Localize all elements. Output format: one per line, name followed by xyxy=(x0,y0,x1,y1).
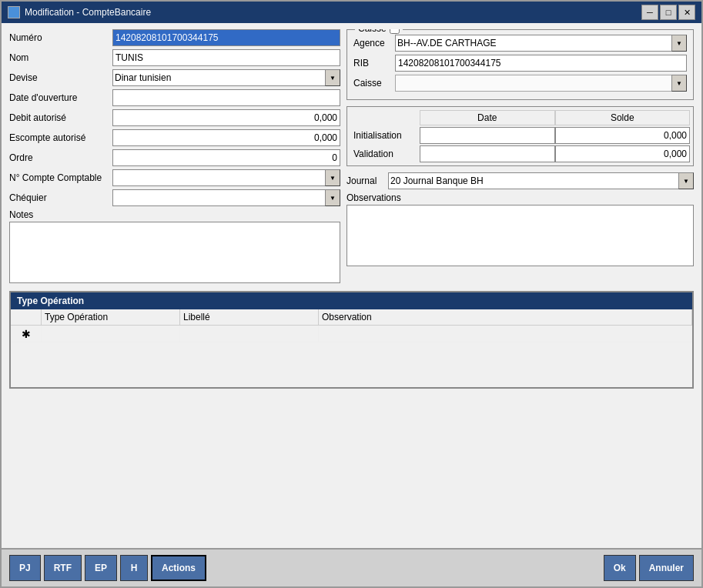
caisse-sub-select[interactable] xyxy=(395,75,687,92)
valid-row: Validation xyxy=(350,145,690,162)
title-bar-left: Modification - CompteBancaire xyxy=(8,6,151,18)
close-button[interactable]: ✕ xyxy=(678,5,695,20)
maximize-button[interactable]: □ xyxy=(660,5,677,20)
notes-section: Notes xyxy=(9,209,340,283)
type-operation-columns: Type Opération Libellé Observation xyxy=(11,309,692,326)
caisse-checkbox[interactable] xyxy=(390,29,400,34)
new-row-type[interactable] xyxy=(42,326,180,342)
ep-button[interactable]: EP xyxy=(85,555,117,581)
rib-label: RIB xyxy=(353,58,392,68)
agence-label: Agence xyxy=(353,38,392,48)
devise-row: Devise Dinar tunisien ▼ xyxy=(9,69,340,86)
left-panel: Numéro Nom Devise Dinar tunisien ▼ xyxy=(9,29,340,283)
col-empty-header xyxy=(11,309,42,325)
col-observation-header: Observation xyxy=(319,309,692,325)
h-button[interactable]: H xyxy=(120,555,148,581)
new-row: ✱ xyxy=(11,326,692,342)
init-solde-input[interactable] xyxy=(555,127,691,144)
valid-solde-input[interactable] xyxy=(555,145,691,162)
chequier-row: Chéquier ▼ xyxy=(9,189,340,206)
new-row-libelle[interactable] xyxy=(180,326,319,342)
escompte-autorise-label: Escompte autorisé xyxy=(9,132,109,143)
date-ouverture-input[interactable] xyxy=(112,89,340,106)
observations-textarea[interactable] xyxy=(346,205,694,266)
caisse-sub-row: Caisse ▼ xyxy=(353,75,687,92)
numero-compte-select[interactable] xyxy=(112,169,340,186)
footer-left: PJ RTF EP H Actions xyxy=(9,555,206,581)
agence-select-wrapper: BH--AV.DE CARTHAGE ▼ xyxy=(395,35,687,52)
journal-select-wrapper: 20 Journal Banque BH ▼ xyxy=(388,172,694,189)
caisse-sub-select-wrapper: ▼ xyxy=(395,75,687,92)
new-row-observation[interactable] xyxy=(319,326,692,342)
window-title: Modification - CompteBancaire xyxy=(25,7,151,18)
app-icon xyxy=(8,6,20,18)
content-area: Numéro Nom Devise Dinar tunisien ▼ xyxy=(2,23,701,548)
col-solde-header: Solde xyxy=(555,110,691,125)
journal-row: Journal 20 Journal Banque BH ▼ xyxy=(346,172,694,189)
top-panels: Numéro Nom Devise Dinar tunisien ▼ xyxy=(9,29,694,283)
annuler-button[interactable]: Annuler xyxy=(639,555,694,581)
rtf-button[interactable]: RTF xyxy=(44,555,82,581)
col-libelle-header: Libellé xyxy=(180,309,319,325)
journal-select[interactable]: 20 Journal Banque BH xyxy=(388,172,694,189)
init-grid-header: Date Solde xyxy=(350,110,690,125)
debit-autorise-label: Debit autorisé xyxy=(9,112,109,123)
numero-row: Numéro xyxy=(9,29,340,46)
devise-select[interactable]: Dinar tunisien xyxy=(112,69,340,86)
notes-textarea[interactable] xyxy=(9,222,340,283)
date-ouverture-label: Date d'ouverture xyxy=(9,92,109,103)
init-grid: Date Solde Initialisation Validation xyxy=(346,106,694,166)
minimize-button[interactable]: ─ xyxy=(641,5,658,20)
pj-button[interactable]: PJ xyxy=(9,555,41,581)
main-window: Modification - CompteBancaire ─ □ ✕ Numé… xyxy=(0,0,703,588)
numero-compte-row: N° Compte Comptable ▼ xyxy=(9,169,340,186)
debit-autorise-input[interactable] xyxy=(112,109,340,126)
ordre-row: Ordre xyxy=(9,149,340,166)
ordre-input[interactable] xyxy=(112,149,340,166)
valid-date-input[interactable] xyxy=(420,145,555,162)
actions-button[interactable]: Actions xyxy=(151,555,206,581)
init-date-input[interactable] xyxy=(420,127,555,144)
devise-label: Devise xyxy=(9,72,109,83)
escompte-autorise-input[interactable] xyxy=(112,129,340,146)
chequier-select-wrapper: ▼ xyxy=(112,189,340,206)
init-row: Initialisation xyxy=(350,127,690,144)
chequier-label: Chéquier xyxy=(9,192,109,203)
caisse-legend-text: Caisse xyxy=(358,29,387,34)
debit-autorise-row: Debit autorisé xyxy=(9,109,340,126)
notes-label: Notes xyxy=(9,209,340,220)
numero-compte-label: N° Compte Comptable xyxy=(9,172,109,183)
date-ouverture-row: Date d'ouverture xyxy=(9,89,340,106)
right-panel: Caisse Agence BH--AV.DE CARTHAGE ▼ xyxy=(346,29,694,283)
col-type-header: Type Opération xyxy=(42,309,180,325)
journal-label: Journal xyxy=(346,175,385,186)
title-bar: Modification - CompteBancaire ─ □ ✕ xyxy=(2,2,701,23)
escompte-autorise-row: Escompte autorisé xyxy=(9,129,340,146)
title-bar-controls: ─ □ ✕ xyxy=(641,5,695,20)
col-date-header: Date xyxy=(420,110,555,125)
ok-button[interactable]: Ok xyxy=(604,555,636,581)
observations-section: Observations xyxy=(346,192,694,266)
rib-input[interactable] xyxy=(395,55,687,72)
init-empty-header xyxy=(350,110,420,125)
numero-label: Numéro xyxy=(9,32,109,43)
footer-right: Ok Annuler xyxy=(604,555,694,581)
init-label: Initialisation xyxy=(350,127,420,144)
footer-bar: PJ RTF EP H Actions Ok Annuler xyxy=(2,548,701,586)
observations-label: Observations xyxy=(346,192,694,203)
agence-select[interactable]: BH--AV.DE CARTHAGE xyxy=(395,35,687,52)
new-row-star: ✱ xyxy=(11,326,42,342)
type-operation-body: ✱ xyxy=(11,326,692,387)
numero-compte-select-wrapper: ▼ xyxy=(112,169,340,186)
ordre-label: Ordre xyxy=(9,152,109,163)
numero-input[interactable] xyxy=(112,29,340,46)
caisse-sub-label: Caisse xyxy=(353,78,392,89)
agence-row: Agence BH--AV.DE CARTHAGE ▼ xyxy=(353,35,687,52)
nom-input[interactable] xyxy=(112,49,340,66)
type-operation-header: Type Opération xyxy=(11,292,692,309)
nom-label: Nom xyxy=(9,52,109,63)
rib-row: RIB xyxy=(353,55,687,72)
chequier-select[interactable] xyxy=(112,189,340,206)
type-operation-grid: Type Opération Type Opération Libellé Ob… xyxy=(9,291,694,389)
nom-row: Nom xyxy=(9,49,340,66)
